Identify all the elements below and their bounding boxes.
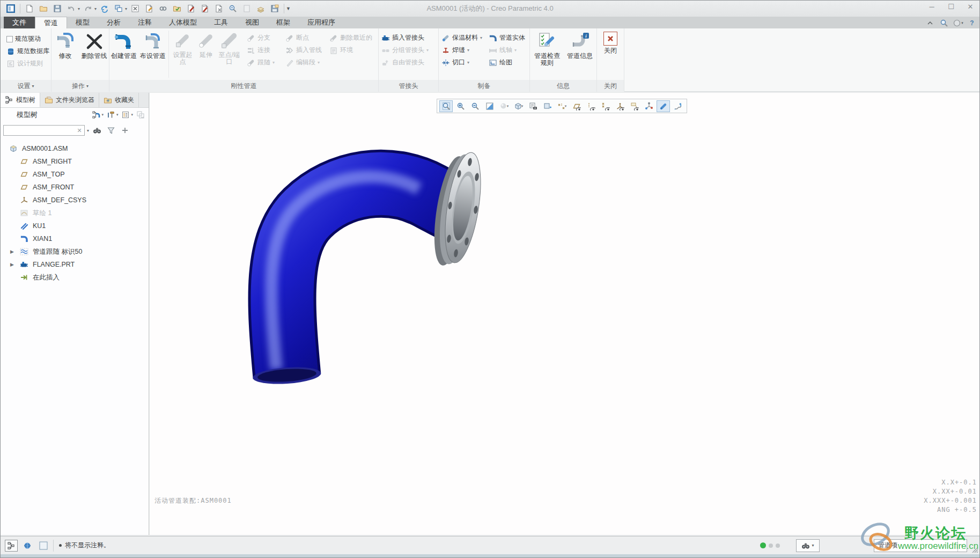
checkbox-icon[interactable] (6, 36, 13, 42)
selection-filter-combobox[interactable]: 管道项 ▾ (874, 539, 967, 552)
qat-overflow-icon[interactable]: ▼ (286, 6, 291, 11)
tree-show-button[interactable]: ▾ (120, 109, 135, 121)
tab-applications[interactable]: 应用程序 (299, 17, 344, 28)
edit-definition-icon[interactable] (185, 3, 197, 14)
model-regen-status-icon[interactable] (760, 542, 780, 548)
close-window-icon[interactable] (129, 3, 141, 14)
tab-tools[interactable]: 工具 (205, 17, 237, 28)
cut-dropdown-icon[interactable]: ▾ (467, 60, 469, 65)
route-pipe-button[interactable]: 布设管道 (138, 28, 167, 80)
tree-search-input[interactable] (5, 126, 75, 135)
follow-button[interactable]: 跟随▾ (244, 56, 283, 69)
set-start-button[interactable]: 设置起点 (170, 28, 195, 80)
tree-item[interactable]: ASM_FRONT (1, 181, 149, 194)
to-point-button[interactable]: 至点/端口 (217, 28, 242, 80)
clear-search-icon[interactable]: ✕ (75, 127, 84, 134)
tab-model[interactable]: 模型 (67, 17, 98, 28)
link-icon[interactable] (157, 3, 169, 14)
tab-file[interactable]: 文件 (4, 17, 35, 28)
accessory-window-icon[interactable] (37, 540, 50, 552)
extend-button[interactable]: 延伸 (195, 28, 217, 80)
undo-icon[interactable] (65, 3, 77, 14)
search-tool-button[interactable]: ▾ (796, 539, 820, 552)
erase-display-icon[interactable] (213, 3, 225, 14)
spool-button[interactable]: 线轴▾ (486, 44, 529, 56)
resize-grip[interactable] (970, 545, 978, 553)
tree-item-root[interactable]: ASM0001.ASM (1, 142, 149, 155)
delete-recent-button[interactable]: 删除最近的 (327, 32, 378, 44)
tree-settings-button[interactable]: ▾ (105, 109, 120, 121)
drawing-button[interactable]: 绘图 (486, 56, 529, 69)
statusbar-navigator-toggle-icon[interactable] (5, 540, 18, 552)
switch-windows-icon[interactable] (113, 3, 124, 14)
tree-item[interactable]: ▶ 管道跟随 标识50 (1, 245, 149, 258)
insert-fitting-button[interactable]: 插入管接头 (379, 32, 438, 44)
component-operations-icon[interactable] (241, 3, 253, 14)
weld-button[interactable]: 焊缝▾ (439, 44, 486, 56)
navigator-toggle-icon[interactable] (5, 3, 17, 14)
selection-filter-dropdown-icon[interactable]: ▾ (957, 540, 967, 552)
switch-windows-dropdown-icon[interactable]: ▾ (125, 6, 127, 11)
edit-parameters-icon[interactable] (199, 3, 211, 14)
expander-icon[interactable]: ▶ (10, 262, 16, 267)
tree-item[interactable]: 草绘 1 (1, 207, 149, 219)
web-browser-icon[interactable] (21, 540, 34, 552)
insulation-dropdown-icon[interactable]: ▾ (480, 35, 482, 40)
create-pipeline-button[interactable]: 创建管道 (109, 28, 138, 80)
weld-dropdown-icon[interactable]: ▾ (467, 48, 469, 53)
command-search-icon[interactable] (939, 18, 949, 28)
tab-manikin[interactable]: 人体模型 (160, 17, 205, 28)
check-rules-button[interactable]: 管道检查规则 (532, 28, 563, 80)
user-display-icon[interactable]: ▾ (953, 18, 963, 28)
tree-filter-button[interactable] (105, 124, 117, 136)
close-button[interactable]: ✕ (964, 3, 976, 11)
tree-item[interactable]: XIAN1 (1, 232, 149, 245)
environment-button[interactable]: 环境 (327, 44, 378, 56)
edit-segment-dropdown-icon[interactable]: ▾ (318, 60, 320, 65)
tree-pipe-filter-button[interactable]: ▾ (90, 109, 105, 121)
maximize-button[interactable]: ☐ (945, 3, 957, 11)
free-fitting-button[interactable]: 自由管接头 (379, 56, 438, 69)
annotate-icon[interactable] (143, 3, 155, 14)
design-rules-button[interactable]: 设计规则 (4, 57, 51, 70)
tree-item[interactable]: ASM_TOP (1, 168, 149, 181)
new-file-icon[interactable] (24, 3, 35, 14)
pipe-solid-button[interactable]: 管道实体 (486, 32, 529, 44)
cut-button[interactable]: 切口▾ (439, 56, 486, 69)
help-icon[interactable]: ? (967, 18, 977, 28)
tab-analysis[interactable]: 分析 (98, 17, 129, 28)
spec-database-button[interactable]: 规范数据库 (4, 45, 51, 57)
tree-expand-button[interactable] (119, 124, 131, 136)
group-fitting-button[interactable]: 分组管接头▾ (379, 44, 438, 56)
insert-line-button[interactable]: 插入管线 (283, 44, 327, 56)
tree-item[interactable]: ASM_DEF_CSYS (1, 194, 149, 207)
search-tool-dropdown-icon[interactable]: ▾ (812, 543, 814, 548)
tab-piping[interactable]: 管道 (35, 17, 67, 28)
search-find-button[interactable] (91, 124, 103, 136)
connect-button[interactable]: 连接 (244, 44, 283, 56)
branch-button[interactable]: 分支 (244, 32, 283, 44)
close-piping-button[interactable]: 关闭 (598, 28, 623, 80)
tab-favorites[interactable]: ✳ 收藏夹 (99, 93, 139, 107)
redo-dropdown-icon[interactable]: ▾ (94, 6, 97, 11)
tree-item[interactable]: ASM_RIGHT (1, 155, 149, 168)
tree-item-insert-here[interactable]: 在此插入 (1, 271, 149, 284)
tab-folder-browser[interactable]: 文件夹浏览器 (40, 93, 99, 107)
group-label-operations[interactable]: 操作▾ (51, 80, 109, 92)
graphics-viewport[interactable]: ▾ ▾ ▾ (150, 93, 979, 535)
tree-highlight-button[interactable] (135, 109, 146, 121)
minimize-button[interactable]: ─ (926, 3, 938, 11)
save-icon[interactable] (51, 3, 63, 14)
validate-icon[interactable] (171, 3, 183, 14)
follow-dropdown-icon[interactable]: ▾ (272, 60, 275, 65)
minimize-ribbon-icon[interactable] (925, 18, 935, 28)
break-point-button[interactable]: 断点 (283, 32, 327, 44)
layers-icon[interactable] (255, 3, 267, 14)
tab-framework[interactable]: 框架 (268, 17, 299, 28)
tree-item[interactable]: KU1 (1, 219, 149, 232)
group-label-setup[interactable]: 设置▾ (1, 80, 51, 92)
save-arrangement-icon[interactable] (269, 3, 281, 14)
group-fitting-dropdown-icon[interactable]: ▾ (426, 48, 429, 53)
search-dropdown-icon[interactable]: ▾ (87, 128, 89, 133)
edit-segment-button[interactable]: 编辑段▾ (283, 56, 327, 69)
